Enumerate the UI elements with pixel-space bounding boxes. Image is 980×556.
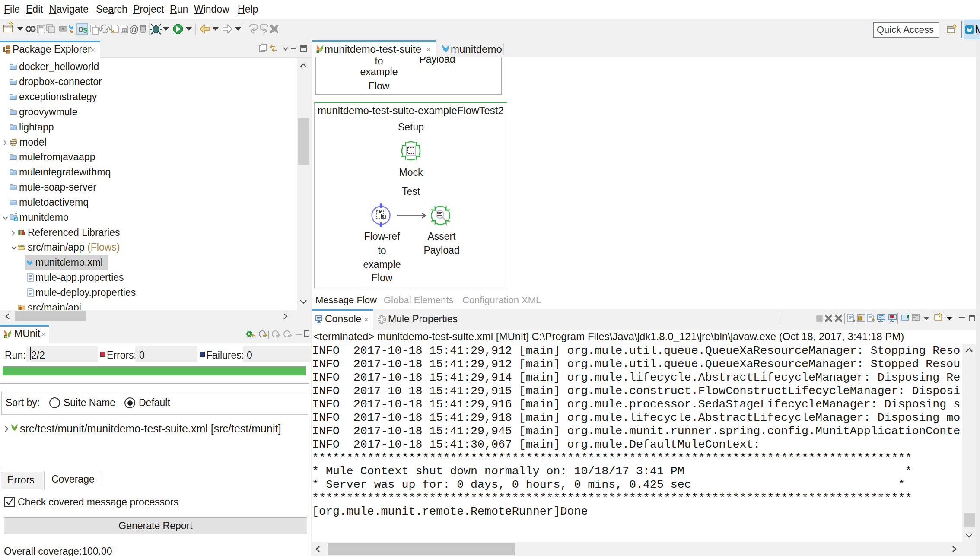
svg-text:m: m	[5, 335, 7, 339]
svg-text:S: S	[83, 27, 88, 34]
svg-text:D: D	[78, 26, 83, 33]
svg-text:@: @	[129, 24, 139, 35]
